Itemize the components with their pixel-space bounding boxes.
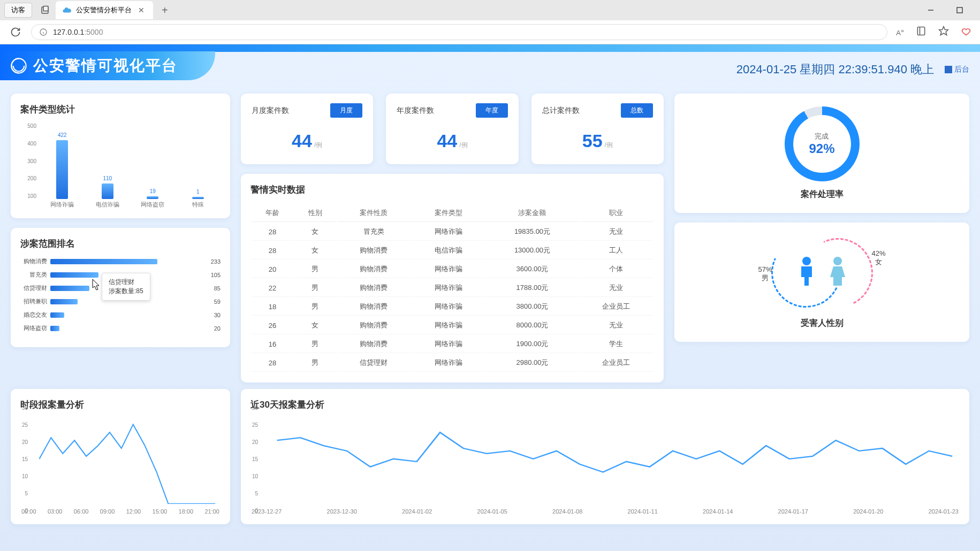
realtime-data-panel: 警情实时数据 年龄性别案件性质案件类型涉案金额职业 28女冒充类网络诈骗1983… — [241, 174, 664, 382]
table-header: 职业 — [580, 204, 653, 222]
hbar-row[interactable]: 婚恋交友30 — [20, 311, 221, 319]
time-analysis-panel: 时段报案量分析 302520151050 00:0003:0006:0009:0… — [11, 389, 230, 524]
male-percent: 57%男 — [758, 265, 772, 283]
case-type-bar-chart[interactable]: 500400300200100 422110191 网络诈骗电信诈骗网络盗窃特殊 — [20, 123, 221, 209]
process-rate-panel: 完成 92% 案件处理率 — [674, 94, 969, 213]
panel-title: 时段报案量分析 — [20, 399, 221, 411]
time-line-chart[interactable] — [20, 418, 221, 504]
svg-marker-9 — [939, 27, 948, 35]
stat-card-badge[interactable]: 年度 — [476, 103, 508, 118]
tab-title: 公安警情分析平台 — [76, 5, 132, 15]
address-bar: 127.0.0.1:5000 A» — [0, 20, 980, 44]
stat-card-title: 月度案件数 — [252, 106, 289, 116]
browser-tab[interactable]: 公安警情分析平台 ✕ — [56, 1, 153, 19]
minimize-button[interactable] — [921, 2, 940, 18]
dashboard-header: 公安警情可视化平台 2024-01-25 星期四 22:39:51.940 晚上… — [0, 52, 980, 87]
realtime-data-table: 年龄性别案件性质案件类型涉案金额职业 28女冒充类网络诈骗19835.00元无业… — [250, 203, 654, 373]
panel-title: 涉案范围排名 — [20, 238, 221, 250]
chart-tooltip: 信贷理财 涉案数量:85 — [102, 273, 150, 301]
collections-icon[interactable] — [36, 2, 54, 19]
thirty-day-line-chart[interactable] — [250, 418, 960, 504]
logo-icon — [10, 57, 28, 75]
guest-badge[interactable]: 访客 — [4, 3, 32, 18]
table-row[interactable]: 22男购物消费网络诈骗1788.00元无业 — [252, 279, 653, 297]
dashboard: 公安警情可视化平台 2024-01-25 星期四 22:39:51.940 晚上… — [0, 44, 980, 551]
datetime-display: 2024-01-25 星期四 22:39:51.940 晚上 — [736, 62, 934, 78]
favorite-icon[interactable] — [936, 24, 951, 41]
thirty-day-panel: 近30天报案量分析 302520151050 2023-12-272023-12… — [241, 389, 969, 524]
backend-link[interactable]: 后台 — [945, 65, 969, 74]
panel-title: 受害人性别 — [801, 318, 844, 329]
table-header: 案件类型 — [412, 204, 485, 222]
svg-rect-7 — [917, 27, 924, 35]
refresh-button[interactable] — [6, 23, 25, 41]
bar-item[interactable]: 422 — [41, 132, 83, 199]
stat-card-badge[interactable]: 月度 — [330, 103, 362, 118]
gender-chart: 57%男 42%女 — [777, 235, 868, 310]
table-row[interactable]: 26女购物消费网络诈骗8000.00元无业 — [252, 317, 653, 334]
header-accent-bar — [0, 44, 980, 52]
hbar-row[interactable]: 网络盗窃20 — [20, 324, 221, 332]
table-header: 涉案金额 — [486, 204, 578, 222]
gender-panel: 57%男 42%女 受害人性别 — [674, 223, 969, 342]
stat-card-value: 44/例 — [252, 131, 362, 151]
stat-card: 月度案件数月度44/例 — [241, 94, 373, 164]
info-icon — [39, 28, 48, 36]
url-input[interactable]: 127.0.0.1:5000 — [31, 24, 887, 40]
hbar-row[interactable]: 购物消费233 — [20, 257, 221, 265]
stat-card: 总计案件数总数55/例 — [531, 94, 664, 164]
table-row[interactable]: 28女购物消费电信诈骗13000.00元工人 — [252, 242, 653, 259]
table-row[interactable]: 28男信贷理财网络诈骗2980.00元企业员工 — [252, 354, 653, 372]
table-header: 性别 — [294, 204, 336, 222]
ring-label: 完成 — [809, 132, 834, 141]
panel-title: 案件类型统计 — [20, 103, 221, 116]
bar-item[interactable]: 19 — [131, 188, 174, 199]
ring-value: 92% — [809, 141, 834, 156]
browser-chrome: 访客 公安警情分析平台 ✕ + 127.0.0.1:5000 A» — [0, 0, 980, 44]
table-row[interactable]: 16男购物消费网络诈骗1900.00元学生 — [252, 335, 653, 353]
stat-card-value: 55/例 — [542, 131, 653, 151]
read-aloud-icon[interactable]: A» — [894, 25, 906, 39]
sync-icon[interactable] — [959, 24, 974, 41]
table-row[interactable]: 18男购物消费网络诈骗3800.00元企业员工 — [252, 298, 653, 316]
close-tab-icon[interactable]: ✕ — [136, 6, 147, 14]
reader-icon[interactable] — [914, 24, 929, 41]
progress-ring: 完成 92% — [785, 106, 860, 181]
case-type-stats-panel: 案件类型统计 500400300200100 422110191 网络诈骗电信诈… — [11, 94, 230, 218]
panel-title: 近30天报案量分析 — [250, 399, 960, 411]
stat-card-title: 年度案件数 — [397, 106, 434, 116]
bar-item[interactable]: 110 — [86, 175, 129, 199]
tab-bar: 访客 公安警情分析平台 ✕ + — [0, 0, 980, 20]
table-row[interactable]: 28女冒充类网络诈骗19835.00元无业 — [252, 223, 653, 241]
range-rank-panel: 涉案范围排名 购物消费233冒充类105信贷理财85招聘兼职59婚恋交友30网络… — [11, 228, 230, 347]
table-row[interactable]: 20男购物消费网络诈骗3600.00元个体 — [252, 261, 653, 278]
stat-card: 年度案件数年度44/例 — [386, 94, 518, 164]
stat-card-title: 总计案件数 — [542, 106, 580, 116]
svg-rect-3 — [957, 7, 962, 13]
new-tab-button[interactable]: + — [157, 4, 172, 17]
panel-title: 警情实时数据 — [250, 183, 654, 196]
table-header: 年龄 — [252, 204, 293, 222]
panel-title: 案件处理率 — [801, 189, 844, 200]
cloud-icon — [62, 5, 72, 15]
url-host: 127.0.0.1 — [53, 28, 84, 36]
bar-item[interactable]: 1 — [177, 189, 219, 199]
female-percent: 42%女 — [871, 249, 885, 267]
dashboard-title: 公安警情可视化平台 — [33, 56, 178, 76]
table-header: 案件性质 — [337, 204, 411, 222]
stat-card-value: 44/例 — [397, 131, 507, 151]
url-port: :5000 — [84, 28, 103, 36]
maximize-button[interactable] — [950, 2, 969, 18]
stat-card-badge[interactable]: 总数 — [621, 103, 653, 118]
svg-rect-1 — [43, 6, 48, 11]
